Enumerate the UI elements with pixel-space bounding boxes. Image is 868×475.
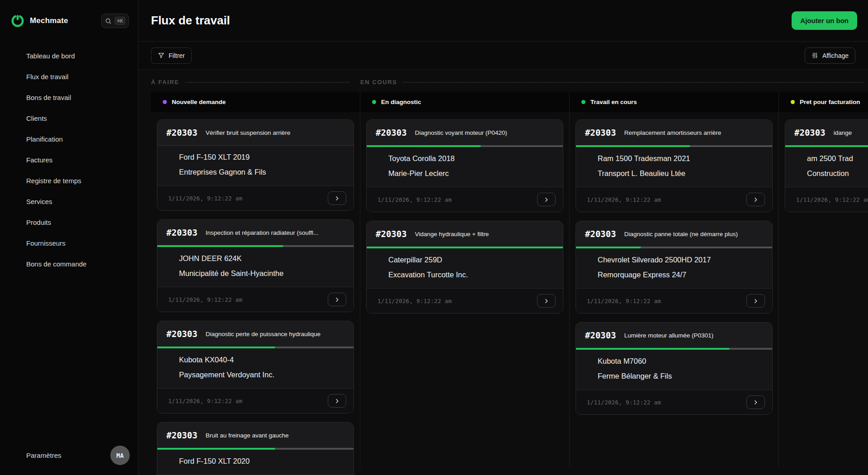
- card-body: Toyota Corolla 2018 Marie-Pier Leclerc: [367, 147, 563, 187]
- vehicle-name: Toyota Corolla 2018: [388, 154, 455, 163]
- kanban-column: Nouvelle demande #20303 Vérifier bruit s…: [151, 92, 360, 467]
- column-cards: #20303 Diagnostic voyant moteur (P0420) …: [366, 112, 563, 314]
- progress-bar-fill: [576, 247, 641, 248]
- vehicle-row: Kubota KX040-4: [166, 356, 344, 364]
- work-order-card[interactable]: #20303 Inspection et réparation radiateu…: [157, 219, 354, 312]
- vehicle-row: Ram 1500 Tradesman 2021: [585, 154, 763, 163]
- card-footer: 1/11/2026, 9:12:22 am: [157, 287, 354, 312]
- timestamp: 1/11/2026, 9:12:22 am: [168, 296, 242, 303]
- search-shortcut-badge: ⌘K: [115, 17, 125, 25]
- work-order-card[interactable]: #20303 Vérifier bruit suspension arrière…: [157, 119, 354, 211]
- display-button[interactable]: Affichage: [805, 48, 855, 64]
- client-name: Municipalité de Saint-Hyacinthe: [179, 269, 283, 278]
- trash-icon: [585, 155, 592, 162]
- work-order-card[interactable]: #20303 Vidange hydraulique + filtre Cate…: [366, 221, 563, 314]
- main-area: Flux de travail Ajouter un bon Filtrer A…: [138, 0, 868, 475]
- work-order-card[interactable]: #20303 Remplacement amortisseurs arrière…: [576, 119, 773, 212]
- chevron-right-icon: [753, 298, 759, 304]
- avatar[interactable]: MA: [110, 446, 130, 465]
- sidebar-item-services[interactable]: Services: [5, 192, 132, 211]
- card-body: Caterpillar 259D Excavation Turcotte Inc…: [367, 248, 563, 288]
- card-header: #20303 Inspection et réparation radiateu…: [157, 220, 354, 245]
- work-order-number: #20303: [794, 128, 826, 138]
- work-order-card[interactable]: #20303 Diagnostic voyant moteur (P0420) …: [366, 119, 563, 212]
- column-name: Pret pour facturation: [800, 99, 860, 105]
- invoice-icon: [11, 156, 19, 164]
- box-icon: [11, 218, 19, 227]
- card-footer: 1/11/2026, 9:12:22 am: [157, 185, 354, 210]
- sidebar-item-factures[interactable]: Factures: [5, 150, 132, 170]
- timestamp: 1/11/2026, 9:12:22 am: [796, 196, 868, 203]
- trash-icon: [166, 169, 173, 176]
- sidebar-item-label: Planification: [26, 135, 63, 143]
- sidebar-item-tableau-de-bord[interactable]: Tableau de bord: [5, 46, 132, 66]
- sidebar-item-label: Produits: [26, 218, 51, 226]
- progress-bar-fill: [367, 247, 563, 248]
- trash-icon: [166, 270, 173, 277]
- work-order-title: Inspection et réparation radiateur (souf…: [206, 229, 319, 236]
- work-order-card[interactable]: #20303 Lumière moteur allumée (P0301) Ku…: [576, 322, 773, 415]
- open-card-button[interactable]: [746, 193, 765, 206]
- trash-icon: [376, 256, 382, 263]
- card-header: #20303 Remplacement amortisseurs arrière: [576, 120, 772, 145]
- vehicle-row: Kubota M7060: [585, 357, 763, 366]
- sidebar-item-registre-de-temps[interactable]: Registre de temps: [5, 171, 132, 190]
- status-dot: [372, 100, 376, 104]
- vehicle-row: JOHN DEER 624K: [166, 254, 344, 263]
- open-card-button[interactable]: [537, 294, 556, 308]
- kanban-column: En diagnostic #20303 Diagnostic voyant m…: [360, 92, 570, 467]
- open-card-button[interactable]: [328, 394, 346, 408]
- chevron-right-icon: [543, 298, 549, 304]
- card-body: Chevrolet Silverado 2500HD 2017 Remorqua…: [576, 248, 772, 288]
- progress-bar-fill: [157, 448, 275, 450]
- settings-label[interactable]: Paramètres: [26, 451, 61, 459]
- vehicle-name: Kubota KX040-4: [179, 356, 234, 364]
- card-header: #20303 Vidange hydraulique + filtre: [367, 221, 563, 247]
- sliders-icon: [811, 52, 818, 59]
- client-name: Marie-Pier Leclerc: [388, 169, 449, 178]
- sidebar-item-bons-de-travail[interactable]: Bons de travail: [5, 88, 132, 107]
- gauge-icon: [11, 52, 19, 60]
- sidebar-item-flux-de-travail[interactable]: Flux de travail: [5, 67, 132, 86]
- card-header: #20303 idange: [785, 120, 868, 145]
- work-order-title: Bruit au freinage avant gauche: [206, 432, 289, 439]
- trash-icon: [376, 271, 382, 278]
- work-order-card[interactable]: #20303 Diagnostic perte de puissance hyd…: [157, 321, 354, 413]
- open-card-button[interactable]: [328, 191, 346, 205]
- sidebar-item-clients[interactable]: Clients: [5, 109, 132, 128]
- vehicle-row: Chevrolet Silverado 2500HD 2017: [585, 256, 763, 264]
- mechmate-logo-icon: [11, 14, 24, 28]
- sidebar-item-fournisseurs[interactable]: Fournisseurs: [5, 233, 132, 253]
- work-order-title: Diagnostic panne totale (ne démarre plus…: [624, 231, 738, 238]
- work-order-card[interactable]: #20303 Bruit au freinage avant gauche Fo…: [157, 422, 354, 475]
- vehicle-name: JOHN DEER 624K: [179, 254, 241, 263]
- add-work-order-button[interactable]: Ajouter un bon: [792, 11, 857, 30]
- open-card-button[interactable]: [746, 395, 765, 409]
- client-name: Transport L. Beaulieu Ltée: [598, 169, 685, 178]
- card-footer: 1/11/2026, 9:12:22 am: [576, 288, 772, 313]
- client-row: Remorquage Express 24/7: [585, 271, 763, 279]
- sidebar-item-planification[interactable]: Planification: [5, 129, 132, 149]
- open-card-button[interactable]: [328, 293, 346, 306]
- column-name: En diagnostic: [381, 99, 421, 105]
- timestamp: 1/11/2026, 9:12:22 am: [587, 196, 661, 203]
- sidebar-item-bons-de-commande[interactable]: Bons de commande: [5, 254, 132, 274]
- search-button[interactable]: ⌘K: [101, 14, 129, 28]
- work-order-card[interactable]: #20303 idange am 2500 Trad Construction …: [785, 119, 868, 212]
- filter-button[interactable]: Filtrer: [151, 48, 192, 64]
- card-body: am 2500 Trad Construction: [785, 147, 868, 187]
- open-card-button[interactable]: [746, 294, 765, 308]
- dotted-divider: [403, 82, 863, 83]
- open-card-button[interactable]: [537, 193, 556, 206]
- client-name: Remorquage Express 24/7: [598, 271, 686, 279]
- sidebar-item-produits[interactable]: Produits: [5, 213, 132, 232]
- trash-icon: [166, 255, 173, 262]
- card-header: #20303 Lumière moteur allumée (P0301): [576, 323, 772, 348]
- work-order-card[interactable]: #20303 Diagnostic panne totale (ne démar…: [576, 221, 773, 314]
- card-body: Kubota M7060 Ferme Bélanger & Fils: [576, 350, 772, 390]
- card-header: #20303 Diagnostic voyant moteur (P0420): [367, 120, 563, 145]
- trash-icon: [166, 458, 173, 465]
- column-cards: #20303 idange am 2500 Trad Construction …: [785, 112, 868, 212]
- card-footer: 1/11/2026, 9:12:22 am: [157, 388, 354, 413]
- client-name: Ferme Bélanger & Fils: [598, 372, 672, 380]
